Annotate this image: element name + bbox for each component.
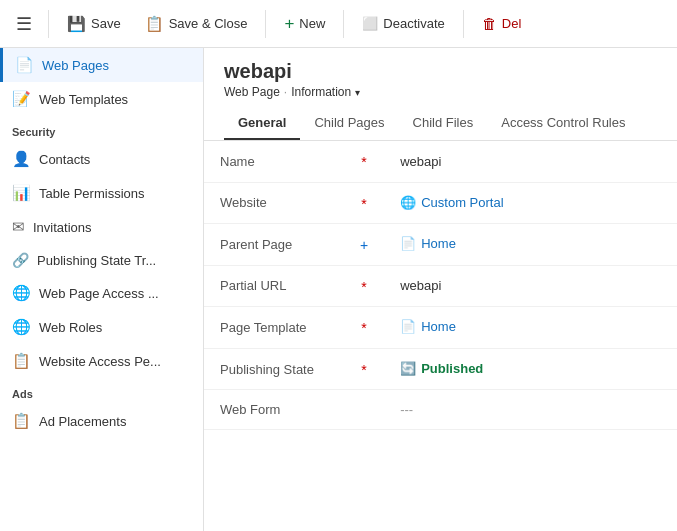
toolbar-divider-4 [463, 10, 464, 38]
publishing-state-value: 🔄 Published [384, 349, 677, 388]
sidebar-item-table-permissions[interactable]: 📊 Table Permissions [0, 176, 203, 210]
chevron-down-icon: ▾ [355, 87, 360, 98]
breadcrumb-separator: · [284, 85, 287, 99]
published-icon: 🔄 [400, 361, 416, 376]
save-button[interactable]: 💾 Save [57, 9, 131, 39]
sidebar-item-label: Web Roles [39, 320, 102, 335]
sidebar-item-label: Web Templates [39, 92, 128, 107]
toolbar-divider-3 [343, 10, 344, 38]
sidebar-item-label: Web Page Access ... [39, 286, 159, 301]
sidebar-item-contacts[interactable]: 👤 Contacts [0, 142, 203, 176]
sidebar-item-publishing-state[interactable]: 🔗 Publishing State Tr... [0, 244, 203, 276]
website-access-icon: 📋 [12, 352, 31, 370]
parent-page-label: Parent Page [204, 224, 344, 266]
partial-url-value: webapi [384, 265, 677, 307]
table-row: Parent Page + 📄 Home [204, 224, 677, 266]
name-label: Name [204, 141, 344, 182]
toolbar-divider [48, 10, 49, 38]
sidebar-item-label: Table Permissions [39, 186, 145, 201]
website-link-text: Custom Portal [421, 195, 503, 210]
toolbar-divider-2 [265, 10, 266, 38]
table-permissions-icon: 📊 [12, 184, 31, 202]
save-close-button[interactable]: 📋 Save & Close [135, 9, 258, 39]
delete-label: Del [502, 16, 522, 31]
deactivate-button[interactable]: ⬜ Deactivate [352, 10, 454, 37]
publishing-state-label: Publishing State [204, 348, 344, 390]
template-icon: 📄 [400, 319, 416, 334]
sidebar-item-web-page-access[interactable]: 🌐 Web Page Access ... [0, 276, 203, 310]
website-label: Website [204, 182, 344, 224]
form-area: Name * webapi Website * 🌐 Custom Portal [204, 141, 677, 531]
page-header: webapi Web Page · Information ▾ General … [204, 48, 677, 141]
publishing-state-icon: 🔗 [12, 252, 29, 268]
save-icon: 💾 [67, 15, 86, 33]
toolbar: ☰ 💾 Save 📋 Save & Close + New ⬜ Deactiva… [0, 0, 677, 48]
sidebar-item-label: Website Access Pe... [39, 354, 161, 369]
page-icon: 📄 [400, 236, 416, 251]
delete-icon: 🗑 [482, 15, 497, 32]
breadcrumb-type: Web Page [224, 85, 280, 99]
security-section-label: Security [0, 116, 203, 142]
table-row: Page Template * 📄 Home [204, 307, 677, 349]
tab-access-control[interactable]: Access Control Rules [487, 107, 639, 140]
table-row: Website * 🌐 Custom Portal [204, 182, 677, 224]
name-required: * [344, 141, 384, 182]
web-pages-icon: 📄 [15, 56, 34, 74]
contacts-icon: 👤 [12, 150, 31, 168]
ad-placements-icon: 📋 [12, 412, 31, 430]
sidebar-item-web-pages[interactable]: 📄 Web Pages [0, 48, 203, 82]
page-title: webapi [224, 60, 657, 83]
breadcrumb: Web Page · Information ▾ [224, 85, 657, 99]
sidebar-item-label: Contacts [39, 152, 90, 167]
web-templates-icon: 📝 [12, 90, 31, 108]
partial-url-required: * [344, 265, 384, 307]
tab-child-files[interactable]: Child Files [399, 107, 488, 140]
save-label: Save [91, 16, 121, 31]
globe-icon: 🌐 [400, 195, 416, 210]
save-close-icon: 📋 [145, 15, 164, 33]
new-label: New [299, 16, 325, 31]
main-layout: 📄 Web Pages 📝 Web Templates Security 👤 C… [0, 48, 677, 531]
page-template-label: Page Template [204, 307, 344, 349]
parent-page-value[interactable]: 📄 Home [384, 224, 677, 263]
sidebar-item-web-roles[interactable]: 🌐 Web Roles [0, 310, 203, 344]
sidebar: 📄 Web Pages 📝 Web Templates Security 👤 C… [0, 48, 204, 531]
table-row: Name * webapi [204, 141, 677, 182]
save-close-label: Save & Close [169, 16, 248, 31]
table-row: Partial URL * webapi [204, 265, 677, 307]
content-area: webapi Web Page · Information ▾ General … [204, 48, 677, 531]
deactivate-label: Deactivate [383, 16, 444, 31]
page-template-value[interactable]: 📄 Home [384, 307, 677, 346]
table-row: Publishing State * 🔄 Published [204, 348, 677, 390]
hamburger-icon[interactable]: ☰ [8, 7, 40, 41]
sidebar-item-website-access[interactable]: 📋 Website Access Pe... [0, 344, 203, 378]
delete-button[interactable]: 🗑 Del [472, 9, 532, 38]
page-template-required: * [344, 307, 384, 349]
plus-icon: + [284, 14, 294, 34]
sidebar-item-invitations[interactable]: ✉ Invitations [0, 210, 203, 244]
deactivate-icon: ⬜ [362, 16, 378, 31]
page-template-link-text: Home [421, 319, 456, 334]
new-button[interactable]: + New [274, 8, 335, 40]
ads-section-label: Ads [0, 378, 203, 404]
breadcrumb-section-label: Information [291, 85, 351, 99]
website-required: * [344, 182, 384, 224]
web-form-required [344, 390, 384, 430]
parent-required: + [344, 224, 384, 266]
name-value: webapi [384, 141, 677, 182]
website-value[interactable]: 🌐 Custom Portal [384, 183, 677, 222]
publishing-state-required: * [344, 348, 384, 390]
tab-child-pages[interactable]: Child Pages [300, 107, 398, 140]
breadcrumb-section[interactable]: Information ▾ [291, 85, 360, 99]
tab-general[interactable]: General [224, 107, 300, 140]
web-form-value: --- [384, 390, 677, 430]
sidebar-item-ad-placements[interactable]: 📋 Ad Placements [0, 404, 203, 438]
tabs: General Child Pages Child Files Access C… [224, 107, 657, 140]
sidebar-item-label: Publishing State Tr... [37, 253, 156, 268]
web-roles-icon: 🌐 [12, 318, 31, 336]
parent-page-link-text: Home [421, 236, 456, 251]
form-table: Name * webapi Website * 🌐 Custom Portal [204, 141, 677, 430]
publishing-state-text: Published [421, 361, 483, 376]
sidebar-item-web-templates[interactable]: 📝 Web Templates [0, 82, 203, 116]
sidebar-item-label: Web Pages [42, 58, 109, 73]
